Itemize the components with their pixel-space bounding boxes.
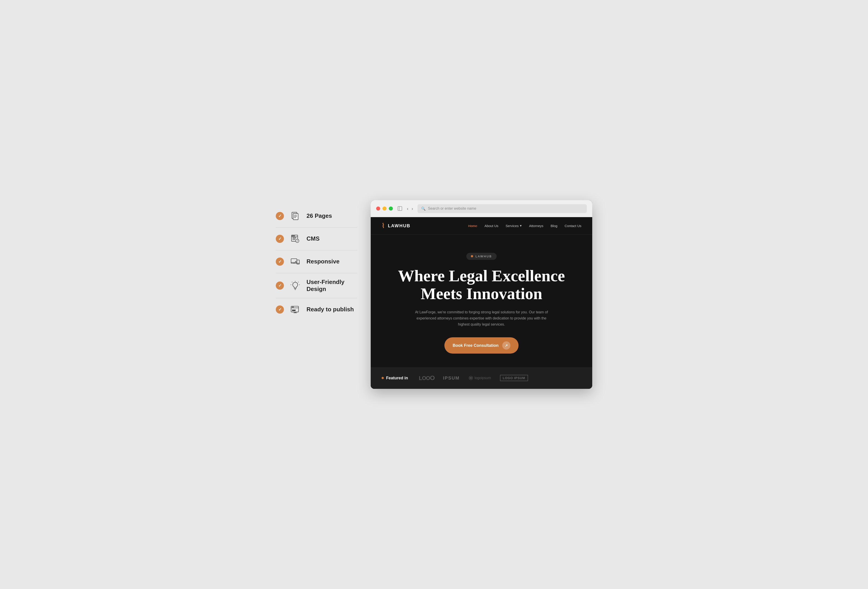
sidebar-cms-label: CMS xyxy=(307,235,320,242)
featured-logos: LOOO IPSUM logoipsum LOGO IPSUM xyxy=(419,374,582,381)
svg-point-7 xyxy=(292,236,293,236)
nav-about[interactable]: About Us xyxy=(484,224,498,228)
site-logo: ⌇ LAWHUB xyxy=(382,222,410,230)
sidebar-ready-label: Ready to publish xyxy=(307,306,354,313)
pages-icon xyxy=(289,210,301,222)
svg-point-9 xyxy=(294,236,295,236)
svg-point-8 xyxy=(293,236,294,236)
page-wrapper: ✓ 26 Pages ✓ xyxy=(276,200,592,389)
search-icon: 🔍 xyxy=(421,206,426,211)
featured-logo-looop: LOOO xyxy=(419,374,434,381)
back-button[interactable]: ‹ xyxy=(407,206,409,211)
check-badge-user-friendly: ✓ xyxy=(276,281,284,290)
lightbulb-icon xyxy=(289,280,301,292)
book-consultation-button[interactable]: Book Free Consultation ↗ xyxy=(444,337,518,353)
browser-dots xyxy=(376,206,393,211)
featured-section: Featured in LOOO IPSUM logoipsum LOGO IP… xyxy=(371,367,592,389)
address-bar-text: Search or enter website name xyxy=(428,206,476,211)
featured-logo-logoipsum2: LOGO IPSUM xyxy=(500,375,528,381)
sidebar-pages-label: 26 Pages xyxy=(307,212,332,219)
forward-button[interactable]: › xyxy=(412,206,413,211)
sidebar-item-responsive: ✓ Responsive xyxy=(276,250,357,273)
nav-contact[interactable]: Contact Us xyxy=(565,224,582,228)
site-nav: ⌇ LAWHUB Home About Us Services ▾ Attorn… xyxy=(371,217,592,235)
sidebar-toggle-icon[interactable] xyxy=(397,206,402,211)
hero-title: Where Legal Excellence Meets Innovation xyxy=(398,267,565,303)
check-badge-ready: ✓ xyxy=(276,305,284,314)
svg-line-23 xyxy=(298,282,298,282)
featured-logo-logoipsum: logoipsum xyxy=(469,376,491,380)
svg-point-29 xyxy=(293,307,294,308)
hero-badge-text: LAWHUB xyxy=(475,255,492,258)
www-icon: www xyxy=(289,304,301,315)
sidebar-item-pages: ✓ 26 Pages xyxy=(276,205,357,228)
featured-label: Featured in xyxy=(382,376,408,380)
sidebar-item-user-friendly: ✓ User-Friendly Design xyxy=(276,273,357,298)
dot-red[interactable] xyxy=(376,206,380,211)
dot-yellow[interactable] xyxy=(382,206,387,211)
cta-arrow-icon: ↗ xyxy=(502,342,511,349)
featured-logo-ipsum: IPSUM xyxy=(443,375,459,381)
cms-icon xyxy=(289,233,301,245)
hero-title-line1: Where Legal Excellence xyxy=(398,267,565,285)
svg-rect-35 xyxy=(398,206,402,211)
website-content: ⌇ LAWHUB Home About Us Services ▾ Attorn… xyxy=(371,217,592,389)
sidebar-item-ready: ✓ www Ready to publish xyxy=(276,298,357,321)
svg-rect-11 xyxy=(293,239,295,240)
svg-line-22 xyxy=(292,282,292,282)
address-bar[interactable]: 🔍 Search or enter website name xyxy=(418,204,587,213)
svg-rect-10 xyxy=(293,237,296,238)
hero-badge: LAWHUB xyxy=(466,253,496,260)
hero-title-line2: Meets Innovation xyxy=(421,285,542,303)
dot-green[interactable] xyxy=(389,206,393,211)
hero-section: LAWHUB Where Legal Excellence Meets Inno… xyxy=(371,235,592,367)
sidebar: ✓ 26 Pages ✓ xyxy=(276,200,357,325)
cta-label: Book Free Consultation xyxy=(453,343,498,348)
nav-services[interactable]: Services ▾ xyxy=(506,224,522,228)
browser-mockup: ‹ › 🔍 Search or enter website name ⌇ LAW… xyxy=(371,200,592,389)
check-badge-pages: ✓ xyxy=(276,212,284,220)
responsive-icon xyxy=(289,256,301,268)
nav-attorneys[interactable]: Attorneys xyxy=(529,224,543,228)
hero-badge-dot xyxy=(471,255,473,257)
check-badge-cms: ✓ xyxy=(276,235,284,243)
sidebar-responsive-label: Responsive xyxy=(307,258,340,265)
nav-home[interactable]: Home xyxy=(468,224,477,228)
nav-links: Home About Us Services ▾ Attorneys Blog … xyxy=(468,224,582,228)
svg-point-28 xyxy=(292,307,293,308)
featured-dot xyxy=(382,377,384,379)
check-badge-responsive: ✓ xyxy=(276,258,284,266)
chevron-down-icon: ▾ xyxy=(520,224,522,228)
featured-text: Featured in xyxy=(386,376,408,380)
svg-text:www: www xyxy=(292,309,295,311)
logo-text: LAWHUB xyxy=(388,223,410,228)
logo-icon: ⌇ xyxy=(382,222,385,230)
nav-blog[interactable]: Blog xyxy=(551,224,557,228)
browser-chrome: ‹ › 🔍 Search or enter website name xyxy=(371,200,592,217)
hero-subtitle: At LawForge, we're committed to forging … xyxy=(411,309,552,328)
sidebar-user-friendly-label: User-Friendly Design xyxy=(307,278,357,293)
sidebar-item-cms: ✓ CMS xyxy=(276,228,357,250)
browser-navigation: ‹ › xyxy=(407,206,413,211)
